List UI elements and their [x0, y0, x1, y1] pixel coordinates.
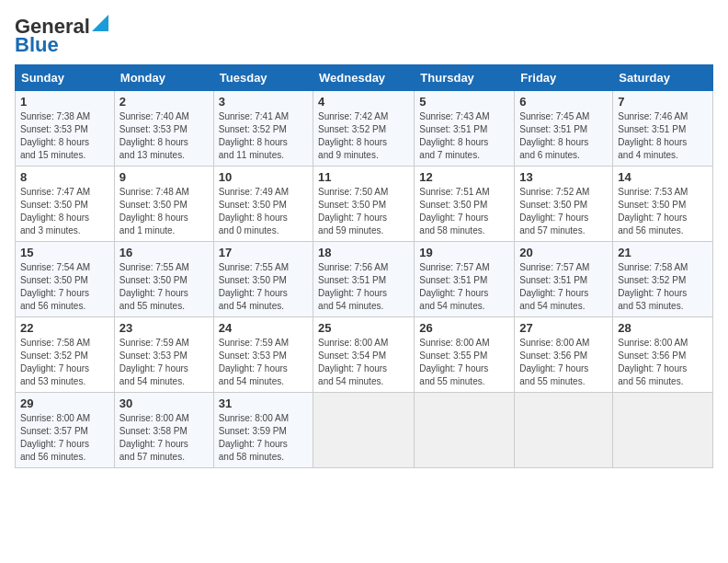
- col-header-monday: Monday: [114, 65, 213, 91]
- cell-day-number: 2: [119, 95, 209, 109]
- calendar-week-3: 22Sunrise: 7:58 AM Sunset: 3:52 PM Dayli…: [16, 317, 713, 393]
- cell-info: Sunrise: 7:55 AM Sunset: 3:50 PM Dayligh…: [119, 261, 209, 313]
- cell-day-number: 9: [119, 170, 209, 184]
- calendar-cell: 15Sunrise: 7:54 AM Sunset: 3:50 PM Dayli…: [16, 242, 115, 317]
- logo: General Blue: [15, 15, 108, 57]
- calendar-cell: 22Sunrise: 7:58 AM Sunset: 3:52 PM Dayli…: [16, 317, 115, 393]
- calendar-week-1: 8Sunrise: 7:47 AM Sunset: 3:50 PM Daylig…: [16, 167, 713, 242]
- cell-info: Sunrise: 7:57 AM Sunset: 3:51 PM Dayligh…: [419, 261, 509, 313]
- cell-info: Sunrise: 7:41 AM Sunset: 3:52 PM Dayligh…: [219, 110, 308, 162]
- cell-info: Sunrise: 8:00 AM Sunset: 3:58 PM Dayligh…: [119, 412, 209, 464]
- cell-info: Sunrise: 8:00 AM Sunset: 3:56 PM Dayligh…: [618, 337, 708, 388]
- calendar-cell: 14Sunrise: 7:53 AM Sunset: 3:50 PM Dayli…: [613, 167, 713, 242]
- col-header-saturday: Saturday: [613, 65, 713, 91]
- cell-day-number: 20: [519, 246, 608, 259]
- cell-day-number: 22: [20, 321, 109, 335]
- calendar-cell: 11Sunrise: 7:50 AM Sunset: 3:50 PM Dayli…: [313, 167, 415, 242]
- calendar-cell: 9Sunrise: 7:48 AM Sunset: 3:50 PM Daylig…: [114, 167, 213, 242]
- page-header: General Blue: [15, 15, 713, 57]
- cell-day-number: 28: [618, 321, 708, 335]
- cell-info: Sunrise: 7:58 AM Sunset: 3:52 PM Dayligh…: [20, 337, 109, 388]
- calendar-cell: 31Sunrise: 8:00 AM Sunset: 3:59 PM Dayli…: [213, 393, 313, 468]
- calendar-cell: 1Sunrise: 7:38 AM Sunset: 3:53 PM Daylig…: [16, 91, 115, 167]
- cell-info: Sunrise: 7:49 AM Sunset: 3:50 PM Dayligh…: [219, 186, 308, 237]
- calendar-cell: 29Sunrise: 8:00 AM Sunset: 3:57 PM Dayli…: [16, 393, 115, 468]
- cell-day-number: 4: [318, 95, 409, 109]
- calendar-cell: 18Sunrise: 7:56 AM Sunset: 3:51 PM Dayli…: [313, 242, 415, 317]
- cell-info: Sunrise: 7:46 AM Sunset: 3:51 PM Dayligh…: [618, 110, 708, 162]
- col-header-wednesday: Wednesday: [313, 65, 415, 91]
- calendar-cell: 17Sunrise: 7:55 AM Sunset: 3:50 PM Dayli…: [213, 242, 313, 317]
- cell-day-number: 3: [219, 95, 308, 109]
- calendar-cell: 27Sunrise: 8:00 AM Sunset: 3:56 PM Dayli…: [515, 317, 613, 393]
- cell-day-number: 7: [618, 95, 708, 109]
- col-header-friday: Friday: [515, 65, 613, 91]
- cell-day-number: 13: [519, 170, 608, 184]
- cell-day-number: 12: [419, 170, 509, 184]
- cell-day-number: 5: [419, 95, 509, 109]
- cell-info: Sunrise: 8:00 AM Sunset: 3:57 PM Dayligh…: [20, 412, 109, 464]
- calendar-cell: 13Sunrise: 7:52 AM Sunset: 3:50 PM Dayli…: [515, 167, 613, 242]
- cell-day-number: 21: [618, 246, 708, 259]
- cell-info: Sunrise: 8:00 AM Sunset: 3:56 PM Dayligh…: [519, 337, 608, 388]
- calendar-cell: 20Sunrise: 7:57 AM Sunset: 3:51 PM Dayli…: [515, 242, 613, 317]
- calendar-cell: 6Sunrise: 7:45 AM Sunset: 3:51 PM Daylig…: [515, 91, 613, 167]
- cell-day-number: 6: [519, 95, 608, 109]
- cell-day-number: 29: [20, 396, 109, 410]
- cell-day-number: 17: [219, 246, 308, 259]
- logo-arrow-icon: [92, 15, 108, 31]
- cell-day-number: 19: [419, 246, 509, 259]
- calendar-cell: 26Sunrise: 8:00 AM Sunset: 3:55 PM Dayli…: [415, 317, 515, 393]
- calendar-cell: 12Sunrise: 7:51 AM Sunset: 3:50 PM Dayli…: [415, 167, 515, 242]
- cell-day-number: 10: [219, 170, 308, 184]
- cell-day-number: 15: [20, 246, 109, 259]
- calendar-cell: 16Sunrise: 7:55 AM Sunset: 3:50 PM Dayli…: [114, 242, 213, 317]
- calendar-cell: [613, 393, 713, 468]
- calendar-cell: 4Sunrise: 7:42 AM Sunset: 3:52 PM Daylig…: [313, 91, 415, 167]
- cell-info: Sunrise: 7:38 AM Sunset: 3:53 PM Dayligh…: [20, 110, 109, 162]
- cell-info: Sunrise: 7:50 AM Sunset: 3:50 PM Dayligh…: [318, 186, 409, 237]
- cell-day-number: 1: [20, 95, 109, 109]
- cell-info: Sunrise: 7:47 AM Sunset: 3:50 PM Dayligh…: [20, 186, 109, 237]
- cell-info: Sunrise: 8:00 AM Sunset: 3:55 PM Dayligh…: [419, 337, 509, 388]
- cell-info: Sunrise: 7:48 AM Sunset: 3:50 PM Dayligh…: [119, 186, 209, 237]
- calendar-cell: 10Sunrise: 7:49 AM Sunset: 3:50 PM Dayli…: [213, 167, 313, 242]
- cell-info: Sunrise: 7:59 AM Sunset: 3:53 PM Dayligh…: [219, 337, 308, 388]
- cell-info: Sunrise: 7:58 AM Sunset: 3:52 PM Dayligh…: [618, 261, 708, 313]
- cell-info: Sunrise: 7:54 AM Sunset: 3:50 PM Dayligh…: [20, 261, 109, 313]
- cell-info: Sunrise: 7:59 AM Sunset: 3:53 PM Dayligh…: [119, 337, 209, 388]
- calendar-cell: [415, 393, 515, 468]
- cell-day-number: 31: [219, 396, 308, 410]
- cell-day-number: 18: [318, 246, 409, 259]
- calendar-cell: [313, 393, 415, 468]
- cell-info: Sunrise: 7:45 AM Sunset: 3:51 PM Dayligh…: [519, 110, 608, 162]
- cell-day-number: 14: [618, 170, 708, 184]
- cell-day-number: 11: [318, 170, 409, 184]
- calendar-cell: 25Sunrise: 8:00 AM Sunset: 3:54 PM Dayli…: [313, 317, 415, 393]
- cell-info: Sunrise: 7:43 AM Sunset: 3:51 PM Dayligh…: [419, 110, 509, 162]
- col-header-sunday: Sunday: [16, 65, 115, 91]
- calendar-cell: 19Sunrise: 7:57 AM Sunset: 3:51 PM Dayli…: [415, 242, 515, 317]
- cell-day-number: 27: [519, 321, 608, 335]
- calendar-cell: [515, 393, 613, 468]
- cell-info: Sunrise: 7:52 AM Sunset: 3:50 PM Dayligh…: [519, 186, 608, 237]
- cell-info: Sunrise: 8:00 AM Sunset: 3:54 PM Dayligh…: [318, 337, 409, 388]
- calendar-cell: 30Sunrise: 8:00 AM Sunset: 3:58 PM Dayli…: [114, 393, 213, 468]
- calendar-cell: 5Sunrise: 7:43 AM Sunset: 3:51 PM Daylig…: [415, 91, 515, 167]
- calendar-week-4: 29Sunrise: 8:00 AM Sunset: 3:57 PM Dayli…: [16, 393, 713, 468]
- cell-info: Sunrise: 7:40 AM Sunset: 3:53 PM Dayligh…: [119, 110, 209, 162]
- cell-day-number: 23: [119, 321, 209, 335]
- calendar-cell: 28Sunrise: 8:00 AM Sunset: 3:56 PM Dayli…: [613, 317, 713, 393]
- cell-info: Sunrise: 7:57 AM Sunset: 3:51 PM Dayligh…: [519, 261, 608, 313]
- cell-day-number: 8: [20, 170, 109, 184]
- cell-day-number: 16: [119, 246, 209, 259]
- calendar-cell: 8Sunrise: 7:47 AM Sunset: 3:50 PM Daylig…: [16, 167, 115, 242]
- calendar-week-0: 1Sunrise: 7:38 AM Sunset: 3:53 PM Daylig…: [16, 91, 713, 167]
- calendar-table: SundayMondayTuesdayWednesdayThursdayFrid…: [15, 64, 713, 468]
- cell-info: Sunrise: 8:00 AM Sunset: 3:59 PM Dayligh…: [219, 412, 308, 464]
- calendar-cell: 2Sunrise: 7:40 AM Sunset: 3:53 PM Daylig…: [114, 91, 213, 167]
- cell-day-number: 24: [219, 321, 308, 335]
- calendar-cell: 21Sunrise: 7:58 AM Sunset: 3:52 PM Dayli…: [613, 242, 713, 317]
- logo-blue: Blue: [15, 33, 59, 57]
- calendar-cell: 24Sunrise: 7:59 AM Sunset: 3:53 PM Dayli…: [213, 317, 313, 393]
